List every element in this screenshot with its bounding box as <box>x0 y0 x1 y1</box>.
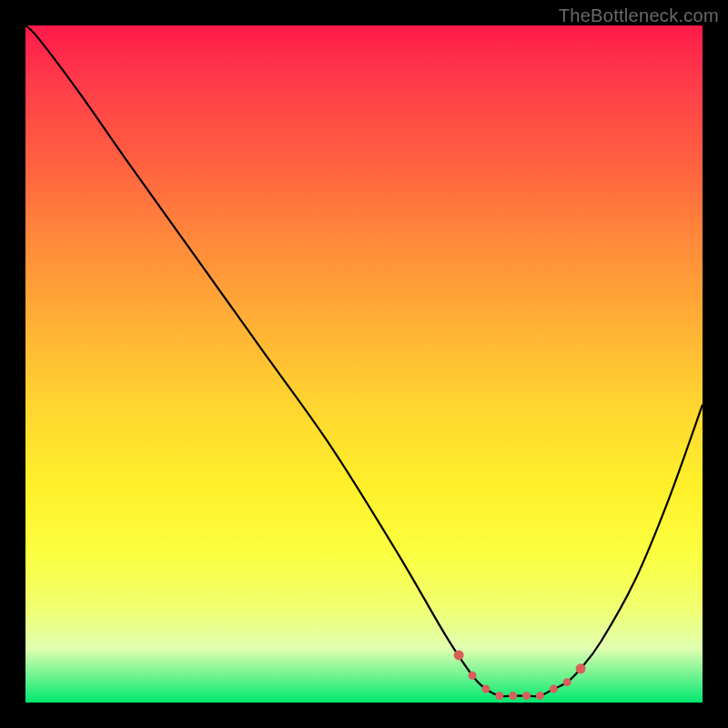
optimal-dot <box>576 663 586 673</box>
optimal-dot <box>509 692 517 700</box>
optimal-dot <box>563 678 571 686</box>
optimal-range-dots <box>454 650 586 700</box>
bottleneck-chart <box>25 25 703 703</box>
optimal-dot <box>469 672 477 680</box>
watermark-text: TheBottleneck.com <box>559 5 719 26</box>
optimal-dot <box>495 692 503 700</box>
optimal-dot <box>481 685 490 693</box>
bottleneck-curve-line <box>25 25 703 696</box>
optimal-dot <box>536 692 544 700</box>
optimal-dot <box>550 685 558 693</box>
optimal-dot <box>454 650 464 660</box>
optimal-dot <box>522 692 531 700</box>
